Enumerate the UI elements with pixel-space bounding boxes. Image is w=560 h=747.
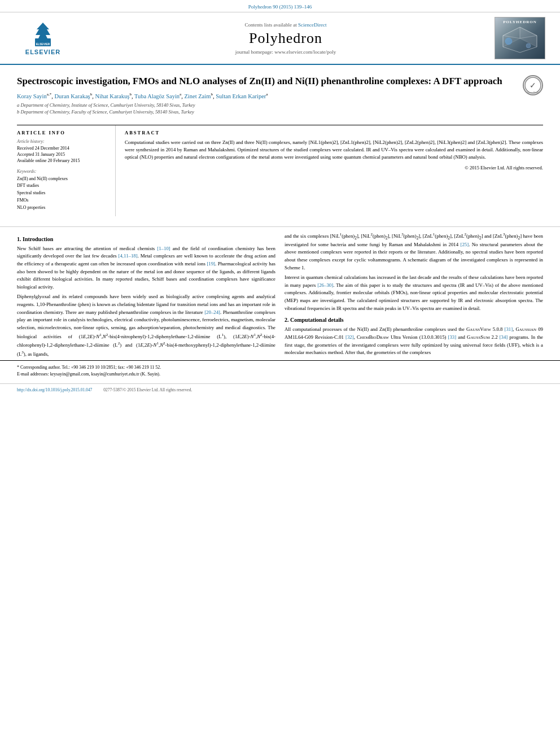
keyword-2: DFT studies (17, 182, 110, 190)
journal-ref-text: Polyhedron 90 (2015) 139–146 (248, 4, 312, 10)
ref-31[interactable]: [31] (505, 326, 513, 332)
comp-details-para1: All computational processes of the Ni(II… (285, 326, 543, 357)
right-para1: and the six complexes [NiL1(phen)2], [Ni… (285, 231, 543, 272)
ref-33[interactable]: [33] (448, 334, 457, 340)
author-tuba[interactable]: Tuba Alagöz Sayin (134, 93, 180, 99)
keyword-3: Spectral studies (17, 190, 110, 197)
page: Polyhedron 90 (2015) 139–146 ELSEVIER EL… (0, 0, 560, 747)
doi-link[interactable]: http://dx.doi.org/10.1016/j.poly.2015.01… (17, 387, 92, 392)
received-date: Received 24 December 2014 (17, 145, 110, 151)
article-info-header: ARTICLE INFO (17, 130, 110, 136)
ref-1-10[interactable]: [1–10] (157, 246, 170, 251)
svg-text:ELSEVIER: ELSEVIER (36, 42, 50, 46)
ref-19[interactable]: [19] (207, 261, 215, 267)
affiliation-a: a Department of Chemistry, Institute of … (17, 102, 517, 109)
keyword-5: NLO properties (17, 204, 110, 212)
accepted-date: Accepted 31 January 2015 (17, 151, 110, 158)
journal-cover-image-area: POLYHEDRON (495, 17, 551, 59)
journal-homepage-text: journal homepage: www.elsevier.com/locat… (82, 49, 489, 55)
article-container: Spectroscopic investigation, FMOs and NL… (0, 65, 560, 222)
author-zinet[interactable]: Zinet Zaim (184, 93, 211, 99)
abstract-text: Computational studies were carried out o… (125, 139, 543, 161)
ref-25[interactable]: [25] (460, 242, 469, 247)
footnote-section: * Corresponding author. Tel.: +90 346 21… (0, 360, 560, 378)
journal-reference-bar: Polyhedron 90 (2015) 139–146 (0, 0, 560, 12)
corresponding-author-note: * Corresponding author. Tel.: +90 346 21… (17, 364, 543, 371)
abstract-column: ABSTRACT Computational studies were carr… (125, 125, 543, 216)
elsevier-logo: ELSEVIER ELSEVIER (25, 21, 60, 55)
journal-cover-image: POLYHEDRON (495, 17, 545, 59)
ref-4-11-18[interactable]: [4,11–18] (119, 253, 138, 259)
article-title: Spectroscopic investigation, FMOs and NL… (17, 75, 517, 88)
left-column: 1. Introduction New Schiff bases are att… (17, 231, 275, 361)
intro-para2: Diphenylglyoxal and its related compound… (17, 293, 275, 358)
footer-bar: http://dx.doi.org/10.1016/j.poly.2015.01… (0, 383, 560, 396)
available-date: Available online 20 February 2015 (17, 158, 110, 164)
journal-title-area: Contents lists available at ScienceDirec… (82, 22, 489, 55)
keywords-section: Keywords: Zn(II) and Ni(II) complexes DF… (17, 169, 110, 212)
contents-available-text: Contents lists available at ScienceDirec… (82, 22, 489, 28)
author-koray[interactable]: Koray Sayin (17, 93, 47, 99)
journal-title: Polyhedron (82, 30, 489, 47)
publisher-logo-area: ELSEVIER ELSEVIER (9, 21, 77, 55)
article-history: Article history: Received 24 December 20… (17, 139, 110, 164)
svg-text:✓: ✓ (530, 81, 536, 90)
email-note: E-mail addresses: krysayin@gmail.com, ks… (17, 371, 543, 378)
ref-32[interactable]: [32] (345, 334, 354, 340)
elsevier-tree-icon: ELSEVIER (32, 21, 54, 49)
cover-journal-title: POLYHEDRON (503, 20, 537, 24)
article-title-section: Spectroscopic investigation, FMOs and NL… (17, 71, 543, 120)
ref-20-24[interactable]: [20–24] (204, 309, 220, 315)
crossmark-icon: ✓ CrossMark (524, 76, 542, 94)
crossmark-badge[interactable]: ✓ CrossMark (523, 75, 543, 95)
intro-para1: New Schiff bases are attracting the atte… (17, 245, 275, 291)
article-title-area: Spectroscopic investigation, FMOs and NL… (17, 75, 517, 116)
keyword-1: Zn(II) and Ni(II) complexes (17, 176, 110, 183)
section1-title: 1. Introduction (17, 236, 275, 242)
elsevier-wordmark: ELSEVIER (25, 49, 60, 55)
keywords-label: Keywords: (17, 169, 110, 174)
affiliation-b: b Department of Chemistry, Faculty of Sc… (17, 108, 517, 116)
svg-text:CrossMark: CrossMark (527, 91, 538, 94)
affiliations: a Department of Chemistry, Institute of … (17, 102, 517, 116)
author-duran[interactable]: Duran Karakaş (54, 93, 90, 99)
right-para2: Interest in quantum chemical calculation… (285, 274, 543, 312)
section2-title: 2. Computational details (285, 317, 543, 323)
svg-point-8 (505, 38, 512, 45)
article-info-column: ARTICLE INFO Article history: Received 2… (17, 125, 116, 216)
ref-34[interactable]: [34] (500, 334, 508, 340)
main-body: 1. Introduction New Schiff bases are att… (0, 226, 560, 361)
author-sultan[interactable]: Sultan Erkan Kariper (216, 93, 266, 99)
authors-list: Koray Sayina,*, Duran Karakaşb, Nihat Ka… (17, 92, 517, 99)
ref-26-30[interactable]: [26–30] (317, 282, 333, 288)
right-column: and the six complexes [NiL1(phen)2], [Ni… (285, 231, 543, 361)
science-direct-link[interactable]: ScienceDirect (298, 22, 326, 28)
journal-header: ELSEVIER ELSEVIER Contents lists availab… (0, 12, 560, 65)
svg-marker-2 (36, 23, 50, 40)
svg-point-9 (526, 43, 531, 48)
keyword-4: FMOs (17, 197, 110, 204)
info-abstract-section: ARTICLE INFO Article history: Received 2… (17, 125, 543, 216)
author-nihat[interactable]: Nihat Karakuş (95, 93, 129, 99)
history-label: Article history: (17, 139, 110, 144)
cover-decoration (497, 24, 542, 55)
abstract-header: ABSTRACT (125, 130, 543, 136)
copyright-text: © 2015 Elsevier Ltd. All rights reserved… (125, 165, 543, 171)
issn-text: 0277-5387/© 2015 Elsevier Ltd. All right… (103, 387, 192, 392)
